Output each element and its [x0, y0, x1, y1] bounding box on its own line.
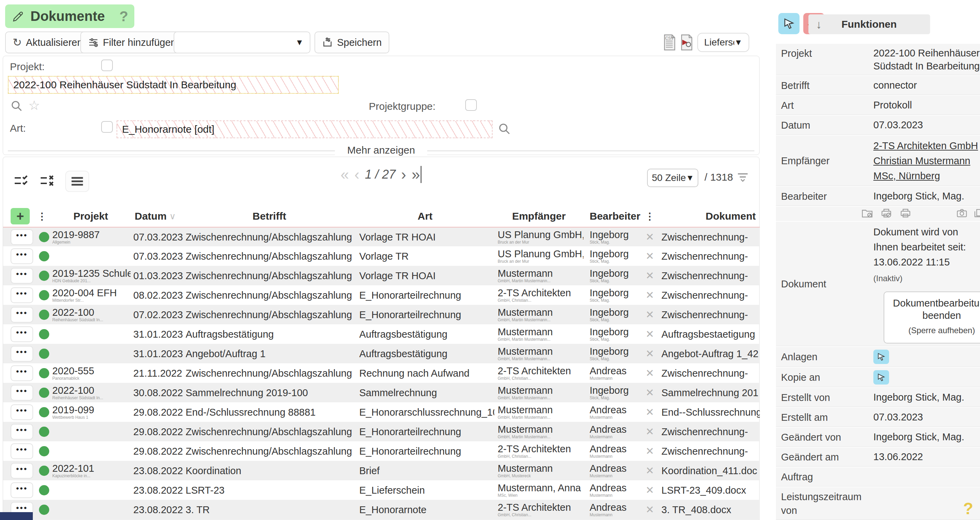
dokument-link[interactable]: Angebot-Auftrag 1_42	[662, 348, 760, 359]
folder-disabled-icon[interactable]	[861, 208, 873, 220]
copy-icon[interactable]	[974, 208, 980, 220]
first-page-button[interactable]: «	[340, 166, 348, 183]
column-header-datum[interactable]: Datum ∨	[130, 211, 183, 222]
row-menu-button[interactable]: •••	[11, 268, 33, 284]
rows-per-page-dropdown[interactable]: 50 Zeile ▼	[647, 169, 698, 187]
row-menu-button[interactable]: •••	[11, 443, 33, 459]
table-row[interactable]: •••2022-100Reihenhäuser Südstadt In...30…	[3, 383, 760, 402]
art-filter-checkbox[interactable]	[101, 121, 113, 133]
dokument-link[interactable]: Auftragsbestaetigung	[662, 329, 760, 340]
functions-header[interactable]: ↓ Funktionen	[808, 14, 930, 34]
pdf-export-icon[interactable]	[679, 34, 693, 51]
show-more-link[interactable]: Mehr anzeigen	[335, 144, 427, 156]
scan-icon[interactable]	[956, 208, 967, 220]
panel-help-icon[interactable]: ?	[963, 499, 973, 518]
table-row[interactable]: •••2019-1235 SchuleHDN Gebäude 201...01.…	[3, 266, 760, 286]
remove-x-icon[interactable]: ✕	[641, 348, 659, 360]
column-header-empfaenger[interactable]: Empfänger	[494, 211, 584, 222]
end-editing-button[interactable]: Dokumentbearbeitung beenden (Sperre aufh…	[884, 292, 980, 343]
remove-x-icon[interactable]: ✕	[641, 464, 659, 477]
column-header-dokument[interactable]: Dokument	[659, 211, 760, 222]
column-header-art[interactable]: Art	[356, 211, 494, 222]
table-row[interactable]: •••31.01.2023AuftragsbestätigungAuftrags…	[3, 324, 760, 344]
print-icon[interactable]	[900, 208, 911, 220]
remove-x-icon[interactable]: ✕	[641, 289, 659, 301]
projekt-search-icon[interactable]	[10, 99, 24, 114]
column-header-betrifft[interactable]: Betrifft	[183, 211, 356, 222]
projekt-filter-checkbox[interactable]	[101, 59, 113, 71]
row-menu-button[interactable]: •••	[11, 404, 33, 420]
table-row[interactable]: •••2019-099Wettbewerb Haus 129.08.2022En…	[3, 402, 760, 422]
kopie-an-pointer-button[interactable]	[873, 370, 889, 384]
table-row[interactable]: •••23.08.2022LSRT-23E_LieferscheinMuster…	[3, 480, 760, 500]
refresh-button[interactable]: ↻ Aktualisieren	[5, 32, 90, 53]
row-menu-button[interactable]: •••	[11, 307, 33, 322]
remove-x-icon[interactable]: ✕	[641, 231, 659, 243]
saved-filter-select[interactable]: ▼	[173, 32, 310, 53]
projektgruppe-checkbox[interactable]	[465, 99, 477, 111]
remove-x-icon[interactable]: ✕	[641, 309, 659, 321]
next-page-button[interactable]: ›	[401, 166, 406, 183]
deselect-all-icon[interactable]	[39, 174, 56, 189]
last-page-button[interactable]: »	[412, 166, 422, 183]
row-menu-button[interactable]: •••	[11, 365, 33, 381]
save-button[interactable]: Speichern	[315, 32, 389, 53]
remove-x-icon[interactable]: ✕	[641, 270, 659, 282]
table-row[interactable]: •••2022-101Kapuzinerblöcke in...23.08.20…	[3, 461, 760, 480]
table-menu-button[interactable]	[65, 171, 89, 192]
row-menu-button[interactable]: •••	[11, 248, 33, 264]
pointer-select-button[interactable]	[778, 13, 800, 34]
remove-x-icon[interactable]: ✕	[641, 328, 659, 340]
row-menu-button[interactable]: •••	[11, 463, 33, 479]
favorite-star-icon[interactable]: ☆	[29, 98, 40, 113]
remove-x-icon[interactable]: ✕	[641, 250, 659, 262]
column-kebab-icon[interactable]: ⋮	[641, 211, 659, 222]
help-icon[interactable]: ?	[119, 8, 128, 25]
anlagen-pointer-button[interactable]	[873, 349, 889, 364]
row-menu-button[interactable]: •••	[11, 346, 33, 362]
dokument-link[interactable]: Zwischenrechnung-	[662, 251, 760, 262]
dokument-link[interactable]: Sammelrechnung 201	[662, 387, 760, 398]
remove-x-icon[interactable]: ✕	[641, 367, 659, 379]
table-row[interactable]: •••29.08.2022Zwischenrechnung/Abschlagsz…	[3, 422, 760, 441]
art-search-icon[interactable]	[497, 122, 512, 137]
dokument-link[interactable]: 3. TR_408.docx	[662, 504, 760, 515]
dokument-link[interactable]: End--Schlussrechnung	[662, 407, 760, 418]
table-row[interactable]: •••29.08.2022Zwischenrechnung/Abschlagsz…	[3, 441, 760, 461]
table-row[interactable]: •••2020-004 EFHMittendorfer Str...08.02.…	[3, 286, 760, 305]
table-row[interactable]: •••07.03.2023Zwischenrechnung/Abschlagsz…	[3, 246, 760, 266]
add-filter-button[interactable]: Filter hinzufügen	[80, 32, 183, 53]
select-all-icon[interactable]	[13, 174, 30, 189]
dokument-link[interactable]: Zwischenrechnung-	[662, 309, 760, 320]
dokument-link[interactable]: Zwischenrechnung-	[662, 446, 760, 457]
remove-x-icon[interactable]: ✕	[641, 406, 659, 418]
table-row[interactable]: •••2022-100Reihenhäuser Südstadt In...07…	[3, 305, 760, 324]
dokument-link[interactable]: Zwischenrechnung-	[662, 368, 760, 379]
remove-x-icon[interactable]: ✕	[641, 387, 659, 399]
row-menu-button[interactable]: •••	[11, 287, 33, 303]
column-kebab-icon[interactable]: ⋮	[37, 211, 51, 222]
remove-x-icon[interactable]: ✕	[641, 484, 659, 496]
row-menu-button[interactable]: •••	[11, 229, 33, 245]
art-filter-input[interactable]: E_Honorarnote [odt]	[116, 120, 493, 138]
column-header-bearbeiter[interactable]: Bearbeiter	[584, 211, 641, 222]
empfaenger-link[interactable]: 2-TS Architekten GmbH Christian Musterma…	[873, 136, 980, 186]
dokument-link[interactable]: Zwischenrechnung-	[662, 290, 760, 301]
remove-x-icon[interactable]: ✕	[641, 504, 659, 515]
prev-page-button[interactable]: ‹	[355, 166, 360, 183]
table-row[interactable]: •••31.01.2023Angebot/Auftrag 1Auftragsbe…	[3, 344, 760, 363]
row-menu-button[interactable]: •••	[11, 326, 33, 342]
dokument-link[interactable]: Koordination_411.doc	[662, 465, 760, 476]
doc-type-dropdown[interactable]: Liefersch ▼	[697, 33, 749, 52]
row-menu-button[interactable]: •••	[11, 385, 33, 400]
csv-export-icon[interactable]: CSV	[662, 34, 676, 51]
dokument-link[interactable]: Zwischenrechnung-	[662, 270, 760, 281]
remove-x-icon[interactable]: ✕	[641, 426, 659, 437]
dokument-link[interactable]: LSRT-23_409.docx	[662, 485, 760, 496]
table-row[interactable]: •••2020-555Panoramablick21.11.2022Zwisch…	[3, 363, 760, 383]
table-row[interactable]: •••2019-9887Allgemein07.03.2023Zwischenr…	[3, 227, 760, 246]
row-count-icon[interactable]	[737, 172, 749, 184]
print-disabled-icon[interactable]	[881, 208, 892, 220]
row-menu-button[interactable]: •••	[11, 482, 33, 498]
projekt-filter-input[interactable]: 2022-100 Reihenhäuser Südstadt In Bearbe…	[8, 76, 339, 94]
